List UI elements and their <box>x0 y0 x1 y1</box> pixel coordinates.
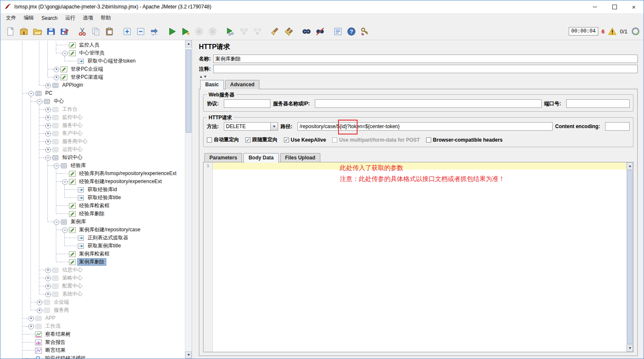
toolbar-expand-all-button[interactable] <box>121 25 134 38</box>
tree-node[interactable]: +服务中心 <box>18 121 185 129</box>
tree-node[interactable]: 监控人员 <box>18 41 185 49</box>
tree-connector[interactable]: + <box>44 282 52 290</box>
toolbar-cut-button[interactable] <box>76 25 89 38</box>
tree-node[interactable]: +登录PC企业端 <box>18 65 185 73</box>
tree-node[interactable]: +客户中心 <box>18 129 185 137</box>
toolbar-remote-start-button[interactable] <box>224 25 237 38</box>
tree-connector[interactable]: − <box>61 49 69 57</box>
tree-node[interactable]: 察看结果树 <box>18 330 185 338</box>
tree-node[interactable]: 经验库检索框 <box>18 202 185 210</box>
toolbar-open-button[interactable] <box>31 25 44 38</box>
tree-node[interactable]: 响应代码错误捕捉 <box>18 354 185 359</box>
tree-scrollbar[interactable] <box>185 40 192 359</box>
tab-parameters[interactable]: Parameters <box>204 153 242 162</box>
tree-connector[interactable]: + <box>44 113 52 121</box>
tree-node[interactable]: −中心管理员 <box>18 49 185 57</box>
tree-connector[interactable]: + <box>44 105 52 113</box>
protocol-input[interactable] <box>224 99 270 108</box>
expand-handle[interactable]: + <box>45 147 51 153</box>
toolbar-save-button[interactable] <box>45 25 58 38</box>
minimize-button[interactable] <box>585 0 605 13</box>
tree-connector[interactable]: − <box>61 226 69 234</box>
tree-node[interactable]: +运营中心 <box>18 145 185 153</box>
collapse-handle[interactable]: − <box>62 51 68 56</box>
toolbar-start-button[interactable] <box>166 25 179 38</box>
method-dropdown-button[interactable] <box>270 122 278 131</box>
maximize-button[interactable] <box>605 0 624 13</box>
tree-node[interactable]: 获取经验库title <box>18 194 185 202</box>
tree-connector[interactable]: + <box>35 306 44 314</box>
expand-handle[interactable]: + <box>45 115 51 121</box>
tree-connector[interactable]: + <box>44 274 52 282</box>
expand-handle[interactable]: + <box>45 107 51 112</box>
tree-node[interactable]: −中心 <box>18 97 185 105</box>
tree-connector[interactable]: − <box>27 89 35 97</box>
tree-node[interactable]: 案例库检索框 <box>18 250 185 258</box>
tab-advanced[interactable]: Advanced <box>225 80 259 89</box>
tree-connector[interactable]: + <box>44 121 52 129</box>
tree-node[interactable]: +服务商 <box>18 306 185 314</box>
tree-node[interactable]: 获取经验库id <box>18 186 185 194</box>
tree-node[interactable]: −案例库 <box>18 218 185 226</box>
tree-connector[interactable]: − <box>44 153 52 162</box>
collapse-down-icon[interactable] <box>204 76 206 78</box>
toolbar-clear-all-button[interactable] <box>283 25 295 38</box>
body-data-text-area[interactable]: 此处传入了获取的参数 注意：此处传参的具体格式以接口文档或者抓包结果为准！ <box>213 162 626 352</box>
tree-node[interactable]: 断言结果 <box>18 346 185 354</box>
expand-handle[interactable]: + <box>54 75 59 80</box>
tree-connector[interactable]: − <box>52 218 61 226</box>
tab-files-upload[interactable]: Files Upload <box>280 153 320 162</box>
collapse-handle[interactable]: − <box>54 219 59 225</box>
expand-handle[interactable]: + <box>45 83 51 88</box>
toolbar-stop-button[interactable] <box>193 25 206 38</box>
menu-run[interactable]: 运行 <box>61 13 79 23</box>
expand-handle[interactable]: + <box>28 316 34 321</box>
menu-help[interactable]: 帮助 <box>97 13 115 23</box>
splitter-toggle-buttons[interactable] <box>200 75 638 79</box>
editor-scrollbar[interactable] <box>626 162 633 352</box>
toolbar-save-as-button[interactable] <box>58 25 71 38</box>
toolbar-remote-stop-all-button[interactable] <box>251 25 264 38</box>
tree-node[interactable]: +企业端 <box>18 298 185 306</box>
collapse-handle[interactable]: − <box>28 91 34 96</box>
expand-handle[interactable]: + <box>37 300 42 305</box>
collapse-handle[interactable]: − <box>62 179 68 185</box>
expand-handle[interactable]: + <box>45 139 51 145</box>
warning-icon[interactable] <box>608 27 616 36</box>
toolbar-copy-button[interactable] <box>90 25 102 38</box>
collapse-handle[interactable]: − <box>45 155 51 161</box>
scroll-thumb[interactable] <box>186 49 191 133</box>
tree-node[interactable]: −经验库 <box>18 162 185 170</box>
tree-connector[interactable]: + <box>35 298 44 306</box>
tree-connector[interactable]: + <box>44 129 52 137</box>
tree-node[interactable]: 经验库删除 <box>18 210 185 218</box>
tree-node[interactable]: +系统中心 <box>18 290 185 298</box>
tree-node[interactable]: 正则表达式提取器 <box>18 234 185 242</box>
menu-file[interactable]: 文件 <box>2 13 20 23</box>
toolbar-function-helper-button[interactable] <box>332 25 344 38</box>
tree-connector[interactable]: + <box>44 266 52 274</box>
toolbar-toggle-button[interactable] <box>148 25 161 38</box>
checkbox-browser-headers[interactable]: Browser-compatible headers <box>426 137 503 143</box>
scroll-up-button[interactable] <box>627 162 633 170</box>
expand-handle[interactable]: + <box>45 123 51 129</box>
tree-connector[interactable]: + <box>44 137 52 145</box>
collapse-handle[interactable]: − <box>62 227 68 233</box>
collapse-handle[interactable]: − <box>37 99 42 104</box>
scroll-down-button[interactable] <box>627 345 633 352</box>
checkbox-follow-redirects[interactable]: ✓跟随重定向 <box>245 136 278 143</box>
collapse-up-icon[interactable] <box>200 76 202 78</box>
port-input[interactable] <box>566 99 630 108</box>
tree-node[interactable]: +登录PC渠道端 <box>18 73 185 81</box>
toolbar-shutdown-button[interactable] <box>206 25 219 38</box>
tree-connector[interactable]: − <box>52 162 61 170</box>
toolbar-remote-start-all-button[interactable] <box>238 25 250 38</box>
tree-connector[interactable]: + <box>27 322 35 330</box>
toolbar-templates-button[interactable] <box>18 25 30 38</box>
toolbar-search-reset-button[interactable] <box>314 25 327 38</box>
toolbar-collapse-all-button[interactable] <box>135 25 147 38</box>
expand-handle[interactable]: + <box>45 131 51 137</box>
checkbox-auto-redirect[interactable]: 自动重定向 <box>207 136 239 143</box>
tree-node[interactable]: −PC <box>18 89 185 97</box>
method-value-input[interactable] <box>224 122 270 131</box>
